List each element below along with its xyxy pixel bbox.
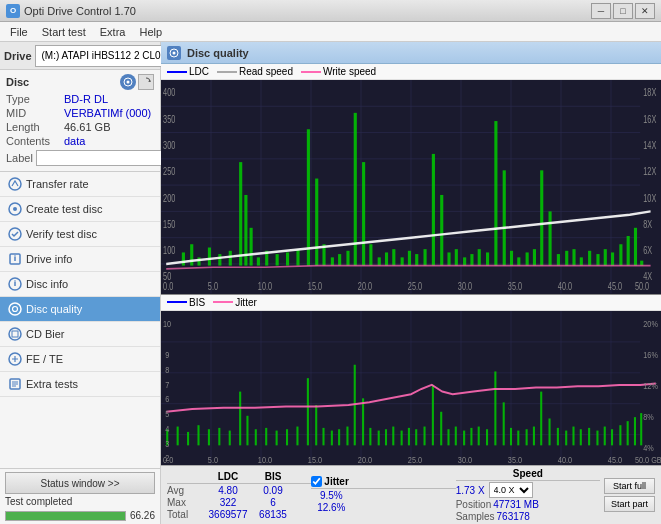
- svg-text:6X: 6X: [643, 243, 652, 256]
- svg-point-16: [9, 178, 21, 190]
- create-test-disc-icon: [8, 202, 22, 216]
- stats-speed: Speed 1.73 X 4.0 X Position 47731 MB: [456, 468, 600, 522]
- stats-total-ldc: 3669577: [203, 509, 253, 520]
- svg-text:5.0: 5.0: [208, 279, 218, 292]
- disc-panel: Disc Type BD-R DL MID VERBATIMf (000): [0, 70, 160, 172]
- svg-rect-171: [362, 398, 364, 445]
- nav-create-test-disc[interactable]: Create test disc: [0, 197, 160, 222]
- disc-length-row: Length 46.61 GB: [6, 121, 154, 133]
- verify-test-disc-icon: [8, 227, 22, 241]
- legend-bis-label: BIS: [189, 297, 205, 308]
- svg-rect-155: [218, 427, 220, 444]
- disc-contents-row: Contents data: [6, 135, 154, 147]
- nav-disc-info-label: Disc info: [26, 278, 68, 290]
- svg-point-27: [13, 307, 18, 312]
- menu-help[interactable]: Help: [133, 22, 168, 41]
- nav-cd-bier[interactable]: CD Bier: [0, 322, 160, 347]
- status-area: Status window >> Test completed 66.26: [0, 468, 160, 524]
- drive-label: Drive: [4, 50, 32, 62]
- svg-rect-173: [378, 430, 380, 445]
- svg-text:4%: 4%: [643, 441, 654, 452]
- menu-start-test[interactable]: Start test: [36, 22, 92, 41]
- left-panel: Drive (M:) ATAPI iHBS112 2 CL0K Speed 4.…: [0, 42, 161, 524]
- svg-rect-181: [440, 411, 442, 445]
- svg-text:20.0: 20.0: [358, 279, 372, 292]
- svg-rect-204: [619, 425, 621, 445]
- svg-text:250: 250: [163, 165, 175, 178]
- disc-refresh-icon: [141, 77, 151, 87]
- svg-rect-101: [588, 251, 591, 266]
- nav-disc-quality[interactable]: Disc quality: [0, 297, 160, 322]
- svg-rect-163: [296, 426, 298, 445]
- menu-extra[interactable]: Extra: [94, 22, 132, 41]
- menu-file[interactable]: File: [4, 22, 34, 41]
- nav-extra-tests-label: Extra tests: [26, 378, 78, 390]
- nav-disc-info[interactable]: Disc info: [0, 272, 160, 297]
- svg-text:35.0: 35.0: [508, 453, 522, 464]
- stats-left: LDC BIS Avg 4.80 0.09 Max 322 6: [167, 471, 311, 520]
- svg-rect-177: [408, 427, 410, 444]
- svg-rect-195: [549, 418, 551, 445]
- svg-rect-70: [346, 251, 349, 266]
- stats-avg-jitter: 9.5%: [311, 490, 351, 501]
- svg-rect-158: [246, 415, 248, 445]
- close-button[interactable]: ✕: [635, 3, 655, 19]
- svg-rect-73: [369, 244, 372, 265]
- nav-verify-test-disc[interactable]: Verify test disc: [0, 222, 160, 247]
- speed-select-stat[interactable]: 4.0 X: [489, 482, 533, 498]
- svg-text:15.0: 15.0: [308, 453, 322, 464]
- svg-rect-207: [640, 413, 642, 445]
- legend-read-speed-color: [217, 71, 237, 73]
- status-window-button[interactable]: Status window >>: [5, 472, 155, 494]
- disc-label-row: Label: [6, 149, 154, 167]
- start-full-button[interactable]: Start full: [604, 478, 655, 494]
- disc-icon: [120, 74, 136, 90]
- nav-drive-info[interactable]: Drive info: [0, 247, 160, 272]
- samples-label: Samples: [456, 511, 495, 522]
- svg-text:7: 7: [165, 378, 169, 389]
- disc-refresh-button[interactable]: [138, 74, 154, 90]
- chart-header: Disc quality: [161, 42, 661, 64]
- svg-text:9: 9: [165, 349, 169, 360]
- svg-rect-157: [239, 391, 241, 445]
- nav-cd-bier-label: CD Bier: [26, 328, 65, 340]
- svg-rect-68: [331, 257, 334, 265]
- svg-text:15.0: 15.0: [308, 279, 322, 292]
- jitter-header: Jitter: [311, 476, 455, 489]
- svg-rect-183: [455, 426, 457, 445]
- minimize-button[interactable]: ─: [591, 3, 611, 19]
- nav-fe-te-label: FE / TE: [26, 353, 63, 365]
- svg-rect-86: [470, 254, 473, 265]
- svg-text:300: 300: [163, 138, 175, 151]
- legend-bis-color: [167, 301, 187, 303]
- svg-rect-69: [338, 254, 341, 265]
- disc-quality-icon: [8, 302, 22, 316]
- maximize-button[interactable]: □: [613, 3, 633, 19]
- nav-fe-te[interactable]: FE / TE: [0, 347, 160, 372]
- bottom-chart: 10 9 8 7 6 5 4 3 2 20% 16% 12% 8% 4% 0: [161, 311, 661, 466]
- jitter-checkbox[interactable]: [311, 476, 322, 487]
- svg-rect-104: [611, 252, 614, 265]
- svg-rect-87: [478, 249, 481, 265]
- jitter-header-label: Jitter: [324, 476, 348, 487]
- nav-extra-tests[interactable]: Extra tests: [0, 372, 160, 397]
- disc-label-input[interactable]: [36, 150, 165, 166]
- svg-rect-156: [229, 430, 231, 445]
- disc-mid-label: MID: [6, 107, 64, 119]
- disc-chart-icon: [169, 48, 179, 58]
- svg-rect-205: [627, 421, 629, 445]
- svg-rect-161: [276, 430, 278, 445]
- nav-drive-info-label: Drive info: [26, 253, 72, 265]
- start-part-button[interactable]: Start part: [604, 496, 655, 512]
- top-chart-container: LDC Read speed Write speed: [161, 64, 661, 295]
- svg-rect-196: [557, 427, 559, 444]
- svg-rect-100: [580, 257, 583, 265]
- svg-rect-167: [331, 430, 333, 445]
- svg-rect-76: [392, 249, 395, 265]
- stats-bis-header: BIS: [253, 471, 293, 482]
- svg-rect-94: [533, 249, 536, 265]
- svg-rect-169: [346, 426, 348, 445]
- nav-transfer-rate[interactable]: Transfer rate: [0, 172, 160, 197]
- legend-read-speed-label: Read speed: [239, 66, 293, 77]
- disc-info-icon: [8, 277, 22, 291]
